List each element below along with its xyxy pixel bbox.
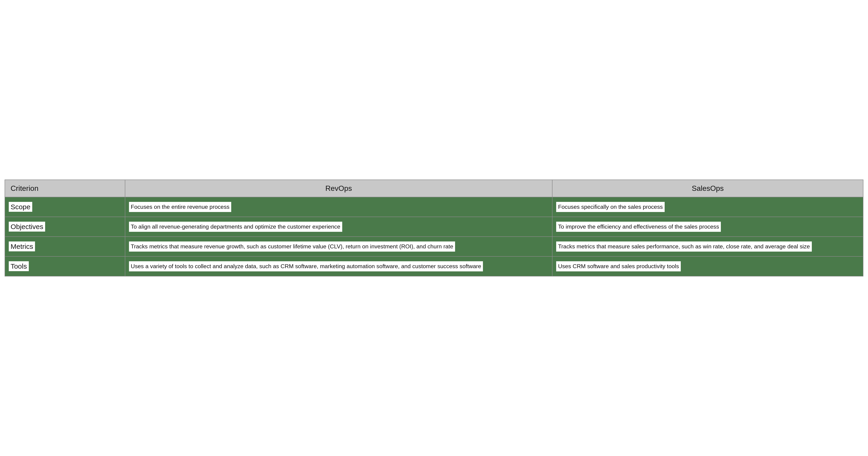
criterion-cell: Tools: [5, 256, 125, 276]
revops-cell: To align all revenue-generating departme…: [125, 217, 552, 237]
revops-cell: Uses a variety of tools to collect and a…: [125, 256, 552, 276]
header-salesops: SalesOps: [552, 180, 863, 197]
table-row: ToolsUses a variety of tools to collect …: [5, 256, 863, 276]
criterion-cell: Scope: [5, 197, 125, 217]
salesops-cell: Focuses specifically on the sales proces…: [552, 197, 863, 217]
comparison-table: Criterion RevOps SalesOps ScopeFocuses o…: [5, 180, 863, 276]
salesops-content: Focuses specifically on the sales proces…: [556, 202, 664, 212]
salesops-cell: Tracks metrics that measure sales perfor…: [552, 237, 863, 256]
revops-cell: Tracks metrics that measure revenue grow…: [125, 237, 552, 256]
criterion-label: Objectives: [9, 222, 45, 232]
revops-cell: Focuses on the entire revenue process: [125, 197, 552, 217]
table-row: ObjectivesTo align all revenue-generatin…: [5, 217, 863, 237]
criterion-label: Scope: [9, 202, 32, 212]
table-row: MetricsTracks metrics that measure reven…: [5, 237, 863, 256]
salesops-cell: To improve the efficiency and effectiven…: [552, 217, 863, 237]
revops-content: Focuses on the entire revenue process: [129, 202, 231, 212]
criterion-cell: Objectives: [5, 217, 125, 237]
revops-content: Uses a variety of tools to collect and a…: [129, 261, 483, 271]
revops-content: Tracks metrics that measure revenue grow…: [129, 241, 455, 252]
criterion-label: Tools: [9, 261, 29, 271]
table-header-row: Criterion RevOps SalesOps: [5, 180, 863, 197]
revops-content: To align all revenue-generating departme…: [129, 222, 342, 232]
header-revops: RevOps: [125, 180, 552, 197]
criterion-cell: Metrics: [5, 237, 125, 256]
salesops-content: Uses CRM software and sales productivity…: [556, 261, 681, 271]
header-criterion: Criterion: [5, 180, 125, 197]
salesops-cell: Uses CRM software and sales productivity…: [552, 256, 863, 276]
table-row: ScopeFocuses on the entire revenue proce…: [5, 197, 863, 217]
salesops-content: To improve the efficiency and effectiven…: [556, 222, 721, 232]
salesops-content: Tracks metrics that measure sales perfor…: [556, 241, 812, 252]
criterion-label: Metrics: [9, 241, 35, 251]
